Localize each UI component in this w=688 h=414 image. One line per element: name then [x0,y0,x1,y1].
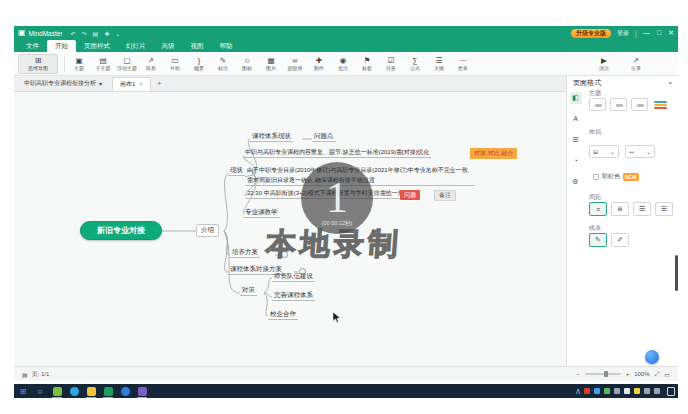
add-canvas-button[interactable]: + [157,79,162,88]
taskbar-app-folder[interactable] [85,385,97,397]
mindmap-canvas[interactable]: 新旧专业对接 介绍 现状 课程体系现状 问题点 中职与高职专业课程内容重复、脱节… [14,92,566,366]
zoom-slider-handle[interactable] [604,371,608,377]
toolbar-button[interactable]: ▤ 子主题 [91,53,115,75]
spacing-option-button[interactable]: ≡ [589,202,607,216]
tab-page-style[interactable]: 页面样式 [76,40,118,52]
tray-icon-yellow[interactable] [634,388,640,394]
toolbar-button[interactable]: ▣ 主题 [67,53,91,75]
branch-training-plan[interactable]: 培养方案 [230,248,260,258]
toolbar-button[interactable]: ☺ 图标 [235,53,259,75]
toolbar-button[interactable]: ⚑ 标签 [355,53,379,75]
zoom-slider[interactable] [585,373,621,375]
taskbar-app-explorer[interactable] [51,385,63,397]
toolbar-button[interactable]: ◉ 批注 [331,53,355,75]
tray-icon[interactable] [654,388,660,394]
settings-gear-icon[interactable]: ⚙ [570,176,582,188]
pen-icon[interactable]: ✎ [589,233,607,247]
toolbar-button[interactable]: ∞ 超链接 [283,53,307,75]
tray-icon-green[interactable] [604,388,610,394]
login-button[interactable]: 登录 [617,29,629,38]
text-style-icon[interactable]: A [570,113,582,125]
outline-icon[interactable]: ☰ [570,134,582,146]
layout-type-dropdown[interactable]: ⊟ ⌄ [589,145,619,158]
theme-thumbnail[interactable] [631,98,648,111]
highlight-tag[interactable]: 对接,对比,融合 [470,148,517,159]
tray-icon[interactable] [614,388,620,394]
tray-icon-white[interactable] [624,388,630,394]
tray-expand-icon[interactable]: ᐱ [576,388,580,395]
page-format-icon[interactable]: ◧ [570,92,582,104]
map-overview-icon[interactable]: ▭ [664,371,670,378]
redo-icon[interactable]: ↷ [82,30,87,37]
spacing-option-button[interactable]: ☰ [633,202,651,216]
taskbar-app-browser[interactable] [68,385,80,397]
toolbar-button[interactable]: ↗ 联系 [139,53,163,75]
topic-issues[interactable]: 问题点 [312,132,336,142]
topic-course-system[interactable]: 课程体系现状 [250,132,293,142]
rainbow-theme-icon[interactable] [652,98,669,111]
close-button[interactable]: ✕ [668,29,674,37]
taskbar-app-spreadsheet[interactable] [102,385,114,397]
toolbar-button[interactable]: ✚ 附件 [307,53,331,75]
toolbar-button[interactable]: ⋯ 更多 [451,53,475,75]
start-button[interactable]: ⊞ [17,385,29,397]
zoom-out-button[interactable]: − [576,371,580,377]
icon-library-icon[interactable]: ◔ [570,155,582,167]
fit-screen-icon[interactable]: ⤢ [655,371,660,378]
taskbar-app-ie[interactable] [119,385,131,397]
canvas-tab[interactable]: 画布1 × [112,77,151,91]
toolbar-button[interactable]: ▦ 图片 [259,53,283,75]
spacing-option-button[interactable]: ≣ [611,202,629,216]
tab-advanced[interactable]: 高级 [154,40,183,52]
tray-icon-blue[interactable] [594,388,600,394]
add-icon[interactable]: ✚ [104,30,109,37]
minimize-button[interactable]: — [643,29,650,37]
pencil-icon[interactable]: ✐ [611,233,629,247]
tab-slides[interactable]: 幻灯片 [118,40,154,52]
note-tag[interactable]: 备注 [434,190,456,201]
checkbox[interactable] [593,174,599,180]
theme-thumbnail[interactable] [589,98,606,111]
spacing-option-button[interactable]: ☱ [655,202,673,216]
tab-home[interactable]: 开始 [47,40,76,52]
branch-status-label[interactable]: 现状 [228,166,245,176]
branch-countermeasure-label[interactable]: 对策 [240,286,257,296]
taskbar-app-purple[interactable] [136,385,148,397]
file-tab[interactable]: 中职高职专业课程衔接分析 ▾ [18,79,108,88]
present-button[interactable]: ▶ 演示 [592,53,616,75]
close-tab-icon[interactable]: × [139,81,143,87]
tab-view[interactable]: 视图 [183,40,212,52]
panel-scrollbar[interactable] [675,255,678,291]
theme-thumbnail[interactable] [610,98,627,111]
topic-school-enterprise[interactable]: 校企合作 [268,310,298,320]
search-icon[interactable]: ○ [34,385,46,397]
toolbar-button[interactable]: ✎ 标注 [211,53,235,75]
notification-center-icon[interactable] [667,387,675,396]
upgrade-badge[interactable]: 升级专业版 [571,29,611,38]
mindmap-mode-button[interactable]: ⊞ 思维导图 [18,54,58,74]
chevron-down-icon[interactable]: ⌄ [115,30,120,37]
layout-direction-dropdown[interactable]: ⇿ ⌄ [625,145,655,158]
topic-intro[interactable]: 介绍 [196,224,219,237]
tab-file[interactable]: 文件 [18,40,47,52]
floating-help-button[interactable] [645,350,659,364]
zoom-in-button[interactable]: + [626,371,630,377]
toolbar-button[interactable]: ☑ 任务 [379,53,403,75]
topic-status-line1[interactable]: 中职与高职专业课程内容重复、脱节,缺乏统一标准(2019)需[对接]优化 [243,148,431,158]
share-button[interactable]: ↗ 分享 [624,53,648,75]
toolbar-button[interactable]: ▭ 外框 [163,53,187,75]
toolbar-button[interactable]: ∑ 公式 [403,53,427,75]
chevron-down-icon[interactable]: ⌄ [667,78,673,88]
root-topic[interactable]: 新旧专业对接 [80,221,162,240]
undo-icon[interactable]: ↶ [71,30,76,37]
toolbar-button[interactable]: } 概要 [187,53,211,75]
topic-teaching[interactable]: 专业课教学 [243,208,280,218]
toolbar-button[interactable]: ▢ 浮动主题 [115,53,139,75]
tab-help[interactable]: 帮助 [212,40,241,52]
save-icon[interactable]: ▤ [93,30,99,37]
topic-improve-courses[interactable]: 完善课程体系 [272,291,315,301]
maximize-button[interactable]: □ [657,29,661,37]
toolbar-button[interactable]: ☰ 大纲 [427,53,451,75]
tray-icon-red[interactable] [584,388,590,394]
problem-tag[interactable]: 问题 [400,190,420,200]
